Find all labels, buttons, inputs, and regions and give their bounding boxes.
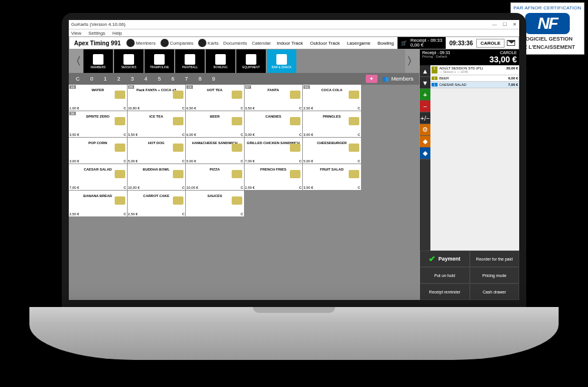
reminder-button[interactable]: Receipt reminder — [420, 283, 470, 300]
user-button[interactable]: CAROLE — [476, 39, 505, 48]
product-tile[interactable]: POP CORN3,00 €C — [69, 138, 127, 164]
topbar-karts[interactable]: Karts — [198, 39, 219, 47]
product-tile[interactable]: 85Pack FANTA + COCA x310,80 €C — [128, 85, 186, 111]
product-tile[interactable]: CHEESEBURGER5,00 €C — [303, 138, 361, 164]
topbar-members[interactable]: Members — [126, 39, 155, 47]
reorder-button[interactable]: Reorder for the paid — [470, 251, 520, 267]
numpad-4[interactable]: 4 — [143, 76, 149, 82]
product-tile[interactable]: PRINGLES3,00 €C — [303, 111, 361, 137]
numpad-2[interactable]: 2 — [116, 76, 122, 82]
menu-help[interactable]: Help — [112, 31, 122, 36]
product-thumb — [115, 117, 125, 125]
category-tab-4[interactable]: BOWLING — [206, 49, 235, 73]
product-thumb — [115, 144, 125, 152]
product-tile[interactable]: BANANA BREAD2,50 €C — [69, 191, 127, 216]
nf-logo: NF — [525, 13, 570, 34]
product-thumb — [173, 170, 183, 178]
window-maximize[interactable]: ☐ — [503, 22, 507, 27]
topbar-documents[interactable]: Documents — [223, 41, 247, 46]
track-lasergame[interactable]: Lasergame — [343, 39, 374, 47]
numpad-3[interactable]: 3 — [130, 76, 135, 82]
product-tile[interactable]: FRUIT SALAD3,50 €C — [303, 164, 361, 190]
topbar-companies[interactable]: Companies — [161, 39, 193, 47]
mail-icon[interactable] — [507, 40, 515, 46]
product-tile[interactable]: PIZZA10,00 €C — [186, 164, 244, 190]
line-desc: BEER — [439, 76, 508, 80]
product-tile[interactable]: 19HOT TEA6,50 €C — [186, 85, 244, 111]
modifier[interactable]: +/− — [420, 112, 430, 124]
action-tag[interactable]: ◆ — [420, 136, 430, 148]
members-quick[interactable]: 👥Members — [382, 76, 413, 82]
product-tile[interactable]: HOT DOG5,00 €C — [128, 138, 186, 164]
drawer-button[interactable]: Cash drawer — [470, 283, 520, 300]
product-tile[interactable]: CAESAR SALAD7,00 €C — [69, 164, 127, 190]
clock: 09:33:36 — [449, 40, 473, 46]
receipt-total: 33,00 € — [489, 55, 517, 64]
numpad-6[interactable]: 6 — [171, 76, 176, 82]
action-blue[interactable]: ◆ — [420, 148, 430, 159]
receipt-sidebar: ▲ ▼ + − +/− ⚙ ◆ ◆ — [420, 65, 430, 251]
menu-view[interactable]: View — [71, 31, 81, 36]
numpad-0[interactable]: 0 — [89, 76, 95, 82]
screen: GoKarts (Version 4.10.06) — ☐ ✕ View Set… — [69, 20, 519, 300]
product-price: 3,00 € — [303, 133, 313, 136]
track-bowling[interactable]: Bowling — [374, 39, 397, 47]
cat-next[interactable]: 〉 — [405, 49, 419, 73]
product-tile[interactable]: SAUCESC — [186, 191, 244, 216]
cart-icon: 🛒 — [401, 41, 407, 46]
product-tile[interactable]: 36SPRITE ZERO3,50 €C — [69, 111, 127, 137]
product-tile[interactable]: FRENCH FRIES2,50 €C — [245, 164, 303, 190]
nav-down[interactable]: ▼ — [420, 77, 430, 89]
product-tile[interactable]: BEER6,00 €C — [186, 111, 244, 137]
nav-up[interactable]: ▲ — [420, 65, 430, 77]
numpad-5[interactable]: 5 — [157, 76, 162, 82]
category-tab-2[interactable]: TRAMPOLINE — [145, 49, 174, 73]
numpad-1[interactable]: 1 — [103, 76, 108, 82]
product-tile[interactable]: 87FANTA3,50 €C — [245, 85, 303, 111]
product-thumb — [290, 117, 300, 125]
topbar-calendar[interactable]: Calendar — [252, 41, 270, 46]
action-gear[interactable]: ⚙ — [420, 124, 430, 136]
hold-button[interactable]: Put on hold — [420, 267, 470, 283]
check-icon: ✔ — [429, 254, 436, 263]
product-price: 3,00 € — [245, 133, 255, 136]
numpad-9[interactable]: 9 — [211, 76, 216, 82]
qty-minus[interactable]: − — [420, 101, 430, 112]
product-tile[interactable]: 93COCA COLA2,50 €C — [303, 85, 361, 111]
window-minimize[interactable]: — — [492, 22, 497, 27]
product-tile[interactable]: GRILLED CHICKEN SANDWICH7,00 €C — [245, 138, 303, 164]
window-close[interactable]: ✕ — [513, 22, 517, 27]
numpad-C[interactable]: C — [75, 76, 81, 82]
category-tab-3[interactable]: PAINTBALL — [175, 49, 205, 73]
product-tile[interactable]: BUDDHA BOWL10,00 €C — [128, 164, 186, 190]
product-tag: 85 — [128, 85, 135, 89]
line-amount: 7,00 € — [508, 83, 518, 86]
product-thumb — [290, 91, 300, 99]
category-tab-5[interactable]: EQUIPMENT — [236, 49, 266, 73]
product-price: 6,50 € — [186, 106, 196, 110]
category-tab-0[interactable]: MEMBERS — [83, 49, 113, 73]
pricing-button[interactable]: Pricing mode — [470, 267, 520, 283]
product-tile[interactable]: CARROT CAKE2,50 €C — [128, 191, 186, 216]
product-tile[interactable]: HAM&CHEESE SANDWICH5,00 €C — [186, 138, 244, 164]
product-thumb — [349, 170, 359, 178]
track-indoor[interactable]: Indoor Track — [273, 39, 306, 47]
numpad-8[interactable]: 8 — [198, 76, 203, 82]
category-tab-6[interactable]: BAR & SNACK — [267, 49, 296, 73]
product-tile[interactable]: 16WATER1,00 €C — [69, 85, 127, 111]
cat-prev[interactable]: 〈 — [69, 49, 83, 73]
qty-plus[interactable]: + — [420, 89, 430, 101]
menu-settings[interactable]: Settings — [88, 31, 105, 36]
track-outdoor[interactable]: Outdoor Track — [306, 39, 343, 47]
receipt-line[interactable]: 1BEER6,00 € — [430, 75, 519, 82]
chip-icon[interactable]: ✦ — [366, 75, 377, 83]
receipt-line[interactable]: 1ADULT SESSION STD (P1)— Session 1 — 10:… — [430, 65, 519, 75]
payment-button[interactable]: ✔Payment — [420, 251, 470, 267]
product-tile[interactable]: CANDIES3,00 €C — [245, 111, 303, 137]
category-tab-1[interactable]: SESSIONS — [114, 49, 143, 73]
numpad-7[interactable]: 7 — [184, 76, 189, 82]
product-price: 3,50 € — [303, 186, 313, 189]
product-tile[interactable]: ICE TEA3,50 €C — [128, 111, 186, 137]
receipt-line[interactable]: 1CAESAR SALAD7,00 € — [430, 82, 519, 88]
receipt-summary[interactable]: 🛒 Receipt - 09:33 0,00 € — [397, 37, 446, 49]
